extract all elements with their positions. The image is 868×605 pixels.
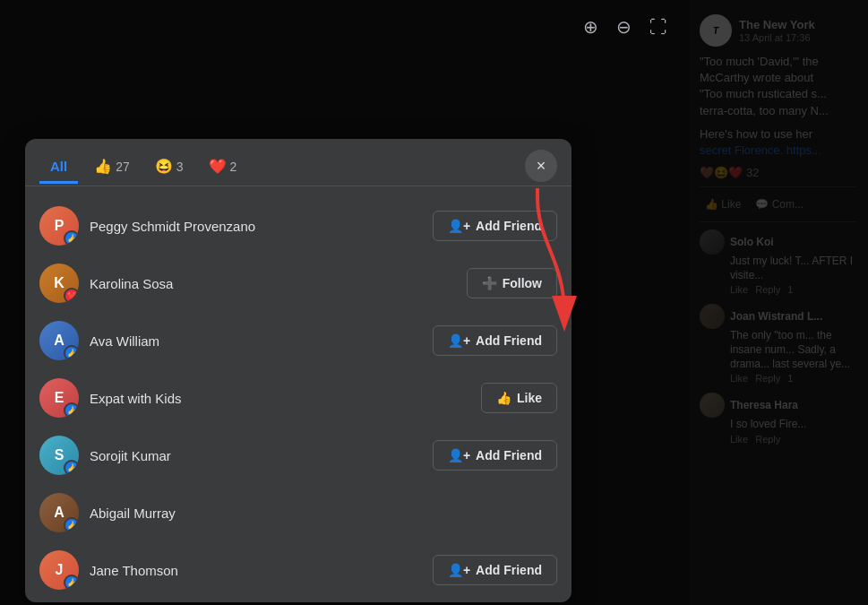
list-item: K ❤️ Karolina Sosa ➕ Follow bbox=[25, 255, 572, 312]
avatar: S 👍 bbox=[39, 436, 79, 475]
tab-like[interactable]: 👍 27 bbox=[85, 151, 139, 185]
add-friend-button[interactable]: 👤+ Add Friend bbox=[433, 555, 557, 585]
add-friend-icon: 👤+ bbox=[448, 448, 470, 462]
person-name: Sorojit Kumar bbox=[90, 448, 422, 463]
list-item: E 👍 Expat with Kids 👍 Like bbox=[25, 369, 572, 427]
reaction-badge: 👍 bbox=[64, 345, 79, 360]
fullscreen-button[interactable]: ⛶ bbox=[646, 13, 671, 41]
add-friend-icon: 👤+ bbox=[448, 333, 470, 348]
heart-count: 2 bbox=[230, 160, 237, 174]
person-name: Abigail Murray bbox=[90, 506, 557, 521]
add-friend-icon: 👤+ bbox=[448, 219, 470, 233]
reaction-badge: 👍 bbox=[64, 230, 79, 246]
heart-emoji: ❤️ bbox=[209, 158, 227, 175]
list-item: A 👍 Ava William 👤+ Add Friend bbox=[25, 312, 572, 369]
toolbar: ⊕ ⊖ ⛶ bbox=[0, 0, 689, 54]
person-name: Karolina Sosa bbox=[90, 276, 456, 291]
avatar: A 👍 bbox=[39, 321, 79, 360]
add-friend-icon: 👤+ bbox=[448, 563, 470, 577]
tab-haha[interactable]: 😆 3 bbox=[146, 151, 193, 185]
avatar: K ❤️ bbox=[39, 264, 79, 303]
add-friend-button[interactable]: 👤+ Add Friend bbox=[433, 211, 557, 241]
like-icon: 👍 bbox=[496, 391, 511, 405]
add-friend-button[interactable]: 👤+ Add Friend bbox=[433, 440, 557, 471]
like-button[interactable]: 👍 Like bbox=[481, 383, 557, 413]
person-list: P 👍 Peggy Schmidt Provenzano 👤+ Add Frie… bbox=[25, 190, 572, 602]
reaction-badge: 👍 bbox=[64, 517, 79, 532]
avatar: J 👍 bbox=[39, 550, 79, 590]
like-emoji: 👍 bbox=[94, 158, 112, 175]
list-item: A 👍 Abigail Murray bbox=[25, 484, 572, 541]
follow-icon: ➕ bbox=[482, 276, 497, 290]
tab-heart[interactable]: ❤️ 2 bbox=[200, 151, 246, 185]
reactions-modal: All 👍 27 😆 3 ❤️ 2 × P 👍 Peggy Schmidt Pr… bbox=[25, 139, 572, 602]
list-item: S 👍 Sorojit Kumar 👤+ Add Friend bbox=[25, 427, 572, 484]
reaction-badge: 👍 bbox=[64, 575, 79, 590]
haha-count: 3 bbox=[176, 160, 184, 174]
person-name: Expat with Kids bbox=[90, 391, 470, 406]
divider bbox=[25, 186, 572, 186]
reaction-badge: ❤️ bbox=[64, 288, 79, 303]
avatar: E 👍 bbox=[39, 378, 79, 418]
avatar: P 👍 bbox=[39, 206, 79, 246]
reaction-badge: 👍 bbox=[64, 460, 79, 475]
person-name: Jane Thomson bbox=[90, 563, 422, 578]
follow-button[interactable]: ➕ Follow bbox=[467, 268, 557, 298]
avatar: A 👍 bbox=[39, 493, 79, 532]
person-name: Ava William bbox=[90, 333, 422, 349]
zoom-in-button[interactable]: ⊕ bbox=[580, 13, 602, 41]
zoom-out-button[interactable]: ⊖ bbox=[613, 13, 635, 41]
list-item: P 👍 Peggy Schmidt Provenzano 👤+ Add Frie… bbox=[25, 197, 572, 255]
haha-emoji: 😆 bbox=[155, 158, 173, 175]
add-friend-button[interactable]: 👤+ Add Friend bbox=[433, 325, 557, 356]
list-item: J 👍 Jane Thomson 👤+ Add Friend bbox=[25, 541, 572, 599]
reaction-badge: 👍 bbox=[64, 402, 79, 418]
modal-header: All 👍 27 😆 3 ❤️ 2 × bbox=[25, 139, 572, 186]
person-name: Peggy Schmidt Provenzano bbox=[90, 219, 422, 234]
like-count: 27 bbox=[116, 160, 130, 174]
close-button[interactable]: × bbox=[525, 150, 557, 182]
tab-all[interactable]: All bbox=[39, 151, 78, 184]
